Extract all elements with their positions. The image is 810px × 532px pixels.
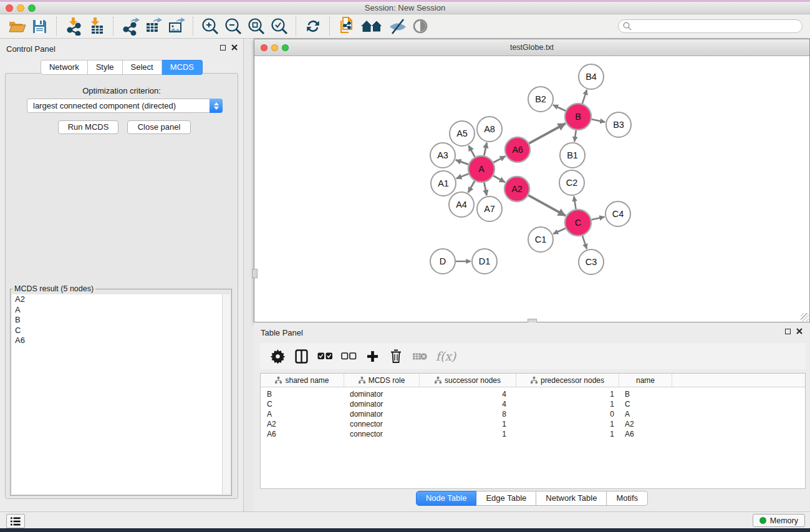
network-window-titlebar[interactable]: testGlobe.txt (254, 39, 809, 56)
mcds-result-item[interactable]: B (12, 315, 230, 326)
select-all-columns-button[interactable] (313, 345, 337, 367)
column-header-MCDS-role[interactable]: MCDS role (344, 374, 420, 387)
column-header-successor-nodes[interactable]: successor nodes (420, 374, 516, 387)
close-table-panel-icon[interactable] (796, 328, 803, 334)
network-minimize-button[interactable] (271, 44, 278, 51)
memory-button[interactable]: Memory (753, 514, 805, 527)
graph-node-B3[interactable]: B3 (606, 112, 631, 137)
task-history-button[interactable] (6, 514, 25, 528)
save-session-button[interactable] (28, 16, 51, 37)
graph-node-D[interactable]: D (430, 249, 455, 274)
graph-node-C2[interactable]: C2 (559, 170, 584, 195)
tab-motifs[interactable]: Motifs (607, 491, 648, 506)
zoom-out-icon (224, 17, 243, 36)
tab-style[interactable]: Style (88, 60, 123, 75)
graph-node-A5[interactable]: A5 (450, 121, 475, 146)
table-row[interactable]: Adominator80A (261, 409, 805, 419)
graph-node-A3[interactable]: A3 (430, 143, 455, 168)
hide-panel-button[interactable] (385, 16, 408, 37)
open-session-button[interactable] (5, 16, 28, 37)
optimization-criterion-label: Optimization criterion: (6, 86, 238, 95)
float-table-panel-icon[interactable] (785, 329, 791, 334)
zoom-fit-button[interactable] (244, 16, 268, 37)
graph-node-A1[interactable]: A1 (431, 171, 456, 196)
network-canvas[interactable]: B4B2BB3A8A5A6A3B1AC2A1A2A4A7C4CC1DD1C3 (254, 56, 809, 322)
graph-node-A[interactable]: A (468, 156, 494, 182)
zoom-window-button[interactable] (28, 4, 36, 12)
graph-node-B1[interactable]: B1 (560, 143, 585, 168)
table-row[interactable]: Bdominator41B (261, 389, 805, 399)
graph-node-A8[interactable]: A8 (477, 117, 502, 142)
table-cell: 0 (516, 409, 619, 419)
tab-select[interactable]: Select (123, 60, 162, 75)
fx-icon: f(x) (436, 349, 456, 363)
mcds-list-scrollbar[interactable] (222, 294, 230, 494)
mcds-result-item[interactable]: A2 (12, 294, 230, 305)
zoom-in-button[interactable] (198, 16, 221, 37)
mcds-result-item[interactable]: A (12, 305, 230, 316)
create-column-button[interactable] (360, 345, 384, 367)
svg-text:A: A (478, 164, 485, 174)
home-button[interactable] (358, 16, 385, 37)
clone-network-button[interactable] (335, 16, 358, 37)
export-network-button[interactable] (118, 16, 142, 37)
criterion-select[interactable]: largest connected component (directed) (27, 99, 223, 113)
tab-network[interactable]: Network (41, 60, 88, 75)
graph-node-A2[interactable]: A2 (504, 177, 529, 201)
table-row[interactable]: A6connector11A6 (261, 429, 805, 439)
svg-text:A3: A3 (437, 150, 448, 160)
graph-node-A6[interactable]: A6 (505, 137, 530, 162)
close-panel-icon[interactable] (231, 44, 238, 51)
graph-node-B[interactable]: B (565, 104, 591, 130)
delete-table-icon (413, 352, 427, 361)
graph-node-A4[interactable]: A4 (449, 192, 474, 217)
table-row[interactable]: Cdominator41C (261, 399, 805, 409)
houses-icon (360, 18, 383, 34)
graph-node-A7[interactable]: A7 (477, 196, 502, 221)
table-row[interactable]: A2connector11A2 (261, 419, 805, 429)
graph-node-C1[interactable]: C1 (528, 227, 553, 252)
tab-node-table[interactable]: Node Table (416, 491, 477, 506)
search-input[interactable] (618, 19, 803, 33)
close-window-button[interactable] (6, 4, 13, 12)
graph-node-C3[interactable]: C3 (579, 249, 604, 274)
close-panel-button[interactable]: Close panel (127, 120, 191, 134)
table-cell: 1 (420, 429, 516, 439)
graph-node-C4[interactable]: C4 (605, 201, 630, 226)
graph-node-D1[interactable]: D1 (472, 249, 497, 274)
show-eye-button[interactable] (408, 16, 432, 37)
svg-text:B3: B3 (613, 120, 624, 130)
tab-edge-table[interactable]: Edge Table (476, 491, 536, 506)
column-header-name[interactable]: name (619, 374, 672, 387)
export-image-button[interactable] (165, 16, 188, 37)
column-header-shared-name[interactable]: shared name (261, 374, 344, 387)
apply-layout-button[interactable] (301, 16, 324, 37)
network-zoom-button[interactable] (282, 44, 289, 51)
mcds-result-item[interactable]: A6 (12, 336, 230, 346)
delete-columns-button[interactable] (384, 345, 408, 367)
unselect-all-columns-button[interactable] (337, 345, 360, 367)
float-panel-icon[interactable] (220, 45, 226, 51)
delete-table-button[interactable] (408, 345, 432, 367)
tab-network-table[interactable]: Network Table (536, 491, 607, 506)
export-table-button[interactable] (142, 16, 165, 37)
graph-node-C[interactable]: C (565, 210, 591, 236)
show-columns-button[interactable] (289, 345, 313, 367)
mcds-result-item[interactable]: C (12, 326, 230, 336)
tab-mcds[interactable]: MCDS (162, 60, 203, 75)
table-cell: 8 (420, 409, 516, 419)
network-close-button[interactable] (261, 44, 268, 51)
graph-node-B2[interactable]: B2 (528, 87, 553, 112)
graph-node-B4[interactable]: B4 (579, 64, 604, 89)
import-network-button[interactable] (62, 16, 85, 37)
zoom-out-button[interactable] (221, 16, 244, 37)
column-header-predecessor-nodes[interactable]: predecessor nodes (516, 374, 619, 387)
vertical-scroll-thumb[interactable] (252, 269, 258, 278)
function-builder-button[interactable]: f(x) (432, 345, 460, 367)
run-mcds-button[interactable]: Run MCDS (58, 120, 118, 134)
resize-grip[interactable] (801, 313, 809, 321)
minimize-window-button[interactable] (17, 4, 24, 12)
import-table-button[interactable] (85, 16, 108, 37)
zoom-selected-button[interactable] (268, 16, 291, 37)
table-settings-button[interactable] (266, 345, 289, 367)
